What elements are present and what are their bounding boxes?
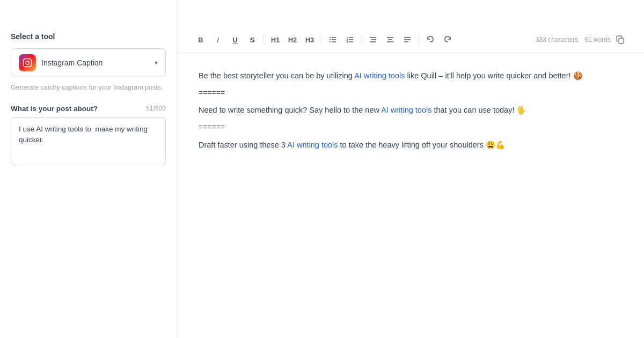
h3-button[interactable]: H3 <box>302 32 317 47</box>
align-right-button[interactable] <box>365 32 380 47</box>
field-label: What is your post about? <box>11 105 98 113</box>
paragraph-3: Draft faster using these 3 AI writing to… <box>199 138 623 152</box>
char-count: 51/600 <box>146 105 166 112</box>
instagram-icon <box>19 54 36 71</box>
svg-point-7 <box>330 39 331 40</box>
post-about-input[interactable]: I use AI writing tools to make my writin… <box>11 117 166 165</box>
char-count-display: 333 characters <box>536 36 578 43</box>
char-word-count: 333 characters 61 words <box>536 36 611 43</box>
svg-point-8 <box>330 41 331 42</box>
chevron-down-icon: ▾ <box>155 59 158 67</box>
copy-button[interactable] <box>613 32 628 47</box>
strikethrough-button[interactable]: S <box>245 32 260 47</box>
toolbar-separator-1 <box>264 34 264 45</box>
redo-button[interactable] <box>440 32 455 47</box>
paragraph-1: Be the best storyteller you can be by ut… <box>199 69 623 83</box>
word-count-display: 61 words <box>584 36 611 43</box>
tool-description: Generate catchy captions for your Instag… <box>11 83 166 93</box>
toolbar-separator-3 <box>361 34 362 45</box>
italic-button[interactable]: I <box>210 32 225 47</box>
underline-button[interactable]: U <box>228 32 243 47</box>
tool-name: Instagram Caption <box>41 58 155 67</box>
bold-button[interactable]: B <box>193 32 208 47</box>
svg-rect-0 <box>24 59 32 67</box>
separator-2: ====== <box>199 121 623 134</box>
tool-selector[interactable]: Instagram Caption ▾ <box>11 48 166 77</box>
toolbar-separator-2 <box>321 34 321 45</box>
editor-content[interactable]: Be the best storyteller you can be by ut… <box>177 53 644 338</box>
svg-point-6 <box>330 37 331 38</box>
select-tool-label: Select a tool <box>11 32 166 41</box>
undo-button[interactable] <box>423 32 438 47</box>
left-panel: Select a tool Instagram Caption ▾ Genera… <box>0 0 177 338</box>
paragraph-2: Need to write something quick? Say hello… <box>199 104 623 117</box>
h1-button[interactable]: H1 <box>268 32 283 47</box>
svg-rect-24 <box>619 38 624 43</box>
align-center-button[interactable] <box>383 32 398 47</box>
unordered-list-button[interactable] <box>325 32 340 47</box>
svg-point-1 <box>26 61 29 64</box>
field-label-row: What is your post about? 51/600 <box>11 105 166 113</box>
right-panel: B I U S H1 H2 H3 123 <box>177 0 644 338</box>
svg-text:3: 3 <box>347 41 348 43</box>
editor-toolbar: B I U S H1 H2 H3 123 <box>177 27 644 53</box>
svg-point-2 <box>29 60 30 61</box>
align-justify-button[interactable] <box>400 32 415 47</box>
ordered-list-button[interactable]: 123 <box>342 32 357 47</box>
toolbar-separator-4 <box>419 34 419 45</box>
h2-button[interactable]: H2 <box>285 32 300 47</box>
separator-1: ====== <box>199 87 623 100</box>
